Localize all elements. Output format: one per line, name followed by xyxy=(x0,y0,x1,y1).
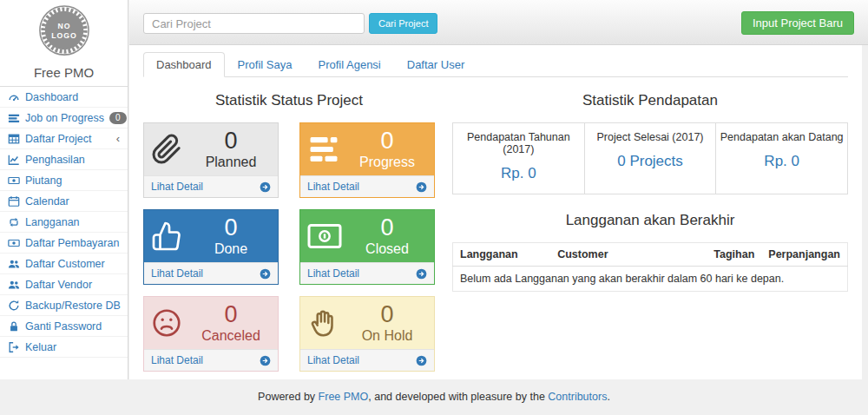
sidebar-item-daftar-customer[interactable]: Daftar Customer xyxy=(0,254,128,274)
tab-bar: Dashboard Profil Saya Profil Agensi Daft… xyxy=(143,45,848,77)
lock-icon xyxy=(8,320,20,332)
subscription-section-title: Langganan akan Berakhir xyxy=(452,212,848,229)
money-icon xyxy=(307,222,347,250)
sidebar-item-penghasilan[interactable]: Penghasilan xyxy=(0,149,128,170)
sidebar-item-ganti-password[interactable]: Ganti Password xyxy=(0,316,128,337)
no-logo-seal-icon: NO LOGO xyxy=(36,4,92,58)
stat-project-selesai: Project Selesai (2017) 0 Projects xyxy=(585,123,717,194)
arrow-circle-right-icon[interactable] xyxy=(416,181,427,193)
card-canceled: 0 Canceled Lihat Detail xyxy=(143,296,279,372)
contributors-link[interactable]: Contributors xyxy=(548,391,607,403)
sign-out-icon xyxy=(8,341,20,352)
lihat-detail-planned-link[interactable]: Lihat Detail xyxy=(151,181,203,193)
status-section-title: Statistik Status Project xyxy=(143,92,435,109)
sidebar-item-langganan[interactable]: Langganan xyxy=(0,212,128,233)
arrow-circle-right-icon[interactable] xyxy=(260,268,271,280)
card-planned: 0 Planned Lihat Detail xyxy=(143,122,279,198)
column-header-perpanjangan: Perpanjangan xyxy=(761,243,847,267)
arrow-circle-right-icon[interactable] xyxy=(416,355,427,366)
sidebar-item-label: Calendar xyxy=(25,195,69,208)
stat-label: Pendapatan akan Datang xyxy=(720,131,844,143)
empty-subscriptions-message: Belum ada Langganan yang akan berakhir d… xyxy=(453,267,848,292)
progress-label: Progress xyxy=(347,154,427,171)
onhold-label: On Hold xyxy=(347,327,427,345)
progress-count: 0 xyxy=(347,128,427,154)
arrow-circle-right-icon[interactable] xyxy=(416,268,427,280)
sidebar-item-daftar-project[interactable]: Daftar Project ‹ xyxy=(0,128,128,149)
sidebar-item-label: Daftar Pembayaran xyxy=(25,237,119,249)
footer-text: Powered by xyxy=(258,391,318,403)
column-header-customer: Customer xyxy=(550,243,707,267)
thumbs-up-icon xyxy=(151,221,191,252)
lihat-detail-progress-link[interactable]: Lihat Detail xyxy=(307,181,359,193)
sidebar-item-label: Penghasilan xyxy=(25,154,85,166)
sidebar-item-label: Ganti Password xyxy=(25,320,102,333)
income-stats-panel: Pendapatan Tahunan (2017) Rp. 0 Project … xyxy=(452,122,848,194)
brand-name: Free PMO xyxy=(0,65,128,86)
card-on-hold: 0 On Hold Lihat Detail xyxy=(299,296,435,372)
planned-label: Planned xyxy=(191,154,271,171)
lihat-detail-canceled-link[interactable]: Lihat Detail xyxy=(151,354,203,366)
closed-count: 0 xyxy=(347,214,427,240)
canceled-count: 0 xyxy=(191,301,271,327)
content-panel: Dashboard Profil Saya Profil Agensi Daft… xyxy=(129,45,862,379)
tab-profil-saya[interactable]: Profil Saya xyxy=(225,52,306,77)
sidebar-item-label: Job on Progress xyxy=(25,112,104,124)
sidebar-item-label: Backup/Restore DB xyxy=(25,300,121,312)
arrow-circle-right-icon[interactable] xyxy=(260,181,271,193)
sidebar-item-dashboard[interactable]: Dashboard xyxy=(0,87,128,108)
hand-icon xyxy=(307,307,347,339)
sidebar-item-piutang[interactable]: Piutang xyxy=(0,170,128,191)
stat-value: Rp. 0 xyxy=(720,153,844,170)
sidebar-item-job-on-progress[interactable]: Job on Progress 0 xyxy=(0,108,128,128)
card-progress: 0 Progress Lihat Detail xyxy=(299,122,435,198)
tab-daftar-user[interactable]: Daftar User xyxy=(394,52,477,77)
free-pmo-link[interactable]: Free PMO xyxy=(319,391,369,403)
search-input[interactable] xyxy=(143,13,365,34)
stat-label: Pendapatan Tahunan (2017) xyxy=(457,131,581,155)
frown-icon xyxy=(151,307,191,339)
tasks-icon xyxy=(8,112,20,123)
stat-value: Rp. 0 xyxy=(457,165,581,182)
page-footer: Powered by Free PMO, and developed with … xyxy=(0,379,868,415)
subscription-table: Langganan Customer Tagihan Perpanjangan … xyxy=(452,242,848,292)
job-count-badge: 0 xyxy=(109,112,127,124)
done-count: 0 xyxy=(191,214,271,240)
retweet-icon xyxy=(8,216,20,227)
paperclip-icon xyxy=(151,134,191,165)
logo-text-line1: NO xyxy=(57,22,70,30)
closed-label: Closed xyxy=(347,240,427,258)
money-icon xyxy=(8,237,20,248)
tab-dashboard[interactable]: Dashboard xyxy=(143,52,225,77)
sidebar-item-backup-restore-db[interactable]: Backup/Restore DB xyxy=(0,295,128,316)
search-button[interactable]: Cari Project xyxy=(369,13,437,34)
income-section: Statistik Pendapatan Pendapatan Tahunan … xyxy=(452,84,848,372)
planned-count: 0 xyxy=(191,128,271,154)
footer-text: , and developed with pleasure by the xyxy=(368,391,548,403)
dashboard-icon xyxy=(8,91,20,102)
sidebar-item-daftar-pembayaran[interactable]: Daftar Pembayaran xyxy=(0,233,128,254)
tab-profil-agensi[interactable]: Profil Agensi xyxy=(305,52,393,77)
arrow-circle-right-icon[interactable] xyxy=(260,355,271,366)
sidebar-item-keluar[interactable]: Keluar xyxy=(0,337,128,358)
line-chart-icon xyxy=(8,154,20,165)
sidebar-item-label: Daftar Customer xyxy=(25,258,105,270)
status-section: Statistik Status Project 0 Planned xyxy=(143,84,435,372)
calendar-icon xyxy=(8,195,20,207)
onhold-count: 0 xyxy=(347,301,427,327)
input-project-baru-button[interactable]: Input Project Baru xyxy=(741,11,854,35)
users-icon xyxy=(8,279,20,290)
sidebar-item-label: Keluar xyxy=(25,341,56,353)
money-icon xyxy=(8,175,20,186)
lihat-detail-onhold-link[interactable]: Lihat Detail xyxy=(307,354,359,366)
table-row: Belum ada Langganan yang akan berakhir d… xyxy=(453,267,848,292)
card-closed: 0 Closed Lihat Detail xyxy=(299,209,435,285)
logo-text-line2: LOGO xyxy=(51,31,77,40)
stat-value: 0 Projects xyxy=(589,153,713,170)
lihat-detail-done-link[interactable]: Lihat Detail xyxy=(151,267,203,280)
sidebar-item-calendar[interactable]: Calendar xyxy=(0,191,128,212)
sidebar-item-label: Dashboard xyxy=(25,91,78,103)
sidebar-item-daftar-vendor[interactable]: Daftar Vendor xyxy=(0,274,128,295)
lihat-detail-closed-link[interactable]: Lihat Detail xyxy=(307,267,359,280)
card-done: 0 Done Lihat Detail xyxy=(143,209,279,285)
